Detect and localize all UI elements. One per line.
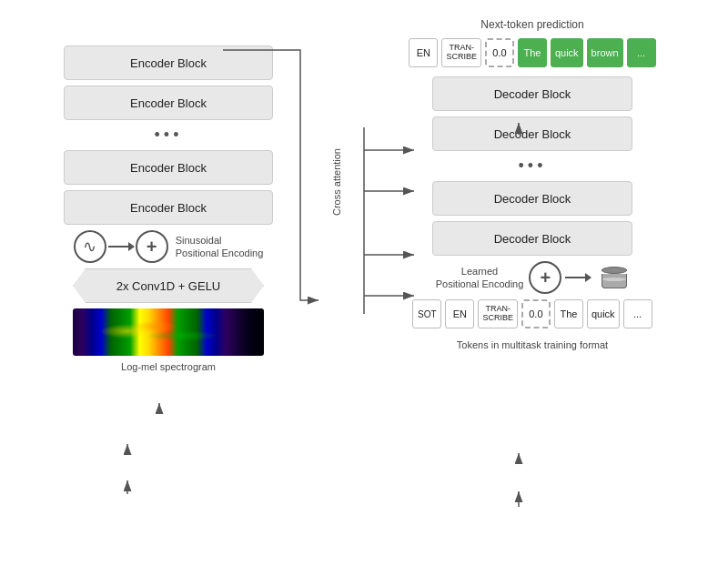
token-00-top: 0.0 (485, 38, 514, 67)
learned-positional-row: LearnedPositional Encoding + (436, 261, 630, 294)
arrow-to-db (565, 277, 591, 278)
decoder-block-bottom: Decoder Block (432, 221, 632, 256)
decoder-side: Next-token prediction EN TRAN-SCRIBE 0.0… (378, 18, 687, 350)
tokens-bottom-label: Tokens in multitask training format (457, 339, 608, 350)
next-token-label: Next-token prediction (480, 18, 583, 31)
spectrogram (73, 308, 264, 356)
decoder-block-top: Decoder Block (432, 76, 632, 111)
spectrogram-colors (73, 308, 264, 356)
diagram-container: Encoder Block Encoder Block ••• Encoder … (0, 0, 728, 586)
wave-icon: ∿ (74, 230, 106, 263)
token-dots-top: ... (627, 38, 656, 67)
database-icon (600, 263, 629, 292)
token-transcribe-bottom: TRAN-SCRIBE (478, 299, 518, 328)
cross-attention-label: Cross attention (331, 127, 342, 237)
plus-icon: + (136, 230, 168, 263)
token-sot: SOT (412, 299, 441, 328)
encoder-side: Encoder Block Encoder Block ••• Encoder … (41, 45, 296, 372)
token-transcribe-top: TRAN-SCRIBE (441, 38, 481, 67)
top-token-row: EN TRAN-SCRIBE 0.0 The quick brown ... (409, 38, 655, 67)
spectrogram-label: Log-mel spectrogram (121, 361, 216, 372)
decoder-dots: ••• (519, 157, 547, 176)
token-the-top: The (518, 38, 547, 67)
middle-section: Cross attention (296, 127, 378, 237)
db-top (602, 267, 627, 274)
conv-block-wrapper: 2x Conv1D + GELU (73, 268, 264, 303)
bottom-token-row: SOT EN TRAN-SCRIBE 0.0 The quick ... (412, 299, 652, 328)
sinusoidal-label: SinusoidalPositional Encoding (176, 234, 264, 260)
encoder-block-2: Encoder Block (64, 86, 273, 120)
token-quick-top: quick (551, 38, 583, 67)
encoder-block-3: Encoder Block (64, 150, 273, 185)
token-the-bottom: The (554, 299, 583, 328)
learned-label: LearnedPositional Encoding (436, 265, 524, 291)
spectrogram-overlay (73, 308, 264, 356)
decoder-block-3: Decoder Block (432, 181, 632, 216)
encoder-block-top: Encoder Block (64, 45, 273, 80)
token-00-bottom: 0.0 (521, 299, 551, 328)
token-en-top: EN (409, 38, 438, 67)
arrow-wave-to-plus (108, 246, 134, 248)
encoder-dots: ••• (155, 126, 183, 145)
positional-encoding-row: ∿ + SinusoidalPositional Encoding (74, 230, 264, 263)
token-brown-top: brown (587, 38, 623, 67)
token-en-bottom: EN (445, 299, 474, 328)
conv-block: 2x Conv1D + GELU (73, 268, 264, 303)
db-body (602, 274, 627, 288)
plus-icon-decoder: + (529, 261, 561, 294)
token-dots-bottom: ... (623, 299, 652, 328)
encoder-block-bottom: Encoder Block (64, 190, 273, 225)
decoder-block-2: Decoder Block (432, 116, 632, 151)
arrow-head-db (585, 273, 592, 282)
token-quick-bottom: quick (587, 299, 620, 328)
